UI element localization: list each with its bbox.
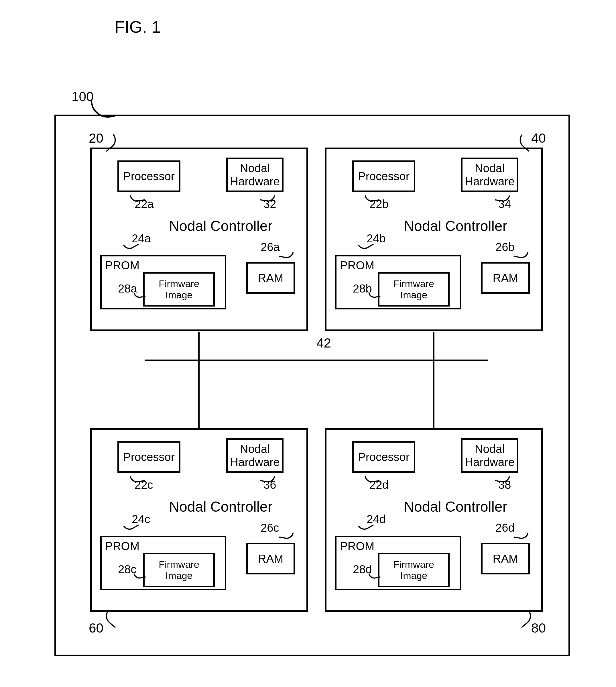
prom-label: PROM — [340, 259, 374, 272]
nodal-controller-label: Nodal Controller — [404, 218, 507, 234]
ram-box: RAM — [481, 543, 530, 574]
nodal-hardware-box: Nodal Hardware — [461, 157, 518, 192]
firmware-image-box: Firmware Image — [378, 272, 449, 306]
nodal-controller-ref: 24a — [132, 232, 151, 245]
ram-box: RAM — [246, 543, 295, 574]
ram-ref-tick — [513, 530, 529, 540]
firmware-image-box: Firmware Image — [143, 553, 215, 587]
node-tr-ref: 40 — [531, 130, 546, 146]
nodal-controller-label: Nodal Controller — [404, 498, 507, 515]
page: FIG. 1 100 20 40 60 80 42 Processor 22a … — [0, 0, 616, 687]
ram-ref: 26d — [496, 521, 514, 534]
nodal-hardware-ref: 36 — [263, 478, 277, 491]
node-bl-ref: 60 — [89, 620, 103, 636]
node-br: Processor 22d Nodal Hardware 38 Nodal Co… — [325, 428, 543, 611]
node-tl: Processor 22a Nodal Hardware 32 Nodal Co… — [90, 148, 308, 331]
bus-stub-tr — [433, 332, 435, 361]
bus-stub-bl — [198, 360, 200, 428]
ram-ref-tick — [279, 250, 294, 259]
ram-ref: 26a — [261, 241, 280, 254]
ram-ref: 26c — [261, 521, 279, 534]
ram-box: RAM — [481, 262, 530, 294]
processor-ref: 22c — [135, 478, 153, 491]
firmware-ref: 28a — [118, 282, 137, 295]
nodal-controller-label: Nodal Controller — [169, 498, 272, 515]
prom-label: PROM — [340, 539, 374, 553]
firmware-image-box: Firmware Image — [143, 272, 215, 306]
firmware-ref: 28c — [118, 563, 137, 576]
firmware-ref: 28b — [353, 282, 372, 295]
system-ref-label: 100 — [72, 89, 94, 104]
processor-ref: 22a — [135, 198, 154, 211]
nodal-controller-label: Nodal Controller — [169, 218, 272, 234]
system-box: 20 40 60 80 42 Processor 22a Nodal Hardw… — [54, 114, 570, 656]
nodal-hardware-ref: 32 — [263, 198, 277, 211]
nodal-hardware-box: Nodal Hardware — [226, 438, 284, 473]
firmware-ref: 28d — [353, 563, 372, 576]
nodal-hardware-ref: 38 — [498, 478, 511, 491]
processor-box: Processor — [117, 160, 180, 192]
prom-label: PROM — [105, 259, 139, 272]
processor-box: Processor — [352, 160, 415, 192]
nodal-controller-ref: 24c — [132, 513, 150, 526]
node-tr: Processor 22b Nodal Hardware 34 Nodal Co… — [325, 148, 543, 331]
nodal-controller-ref: 24d — [367, 513, 386, 526]
bus-ref-label: 42 — [316, 335, 331, 351]
ram-ref-tick — [279, 530, 294, 540]
node-bl-ref-tick — [102, 610, 121, 628]
figure-title: FIG. 1 — [114, 17, 161, 36]
node-bl: Processor 22c Nodal Hardware 36 Nodal Co… — [90, 428, 308, 611]
processor-ref: 22b — [369, 198, 389, 211]
prom-label: PROM — [105, 539, 139, 553]
bus-stub-br — [433, 360, 435, 428]
nodal-hardware-box: Nodal Hardware — [226, 157, 284, 192]
bus-stub-tl — [198, 332, 200, 361]
nodal-hardware-ref: 34 — [498, 198, 511, 211]
node-tl-ref: 20 — [89, 130, 103, 146]
ram-box: RAM — [246, 262, 295, 294]
nodal-hardware-box: Nodal Hardware — [461, 438, 518, 473]
processor-ref: 22d — [369, 478, 389, 491]
node-br-ref: 80 — [531, 620, 546, 636]
ram-ref-tick — [513, 250, 529, 259]
processor-box: Processor — [352, 441, 415, 473]
firmware-image-box: Firmware Image — [378, 553, 449, 587]
nodal-controller-ref: 24b — [367, 232, 386, 245]
bus-horizontal — [145, 360, 488, 361]
ram-ref: 26b — [496, 241, 514, 254]
processor-box: Processor — [117, 441, 180, 473]
